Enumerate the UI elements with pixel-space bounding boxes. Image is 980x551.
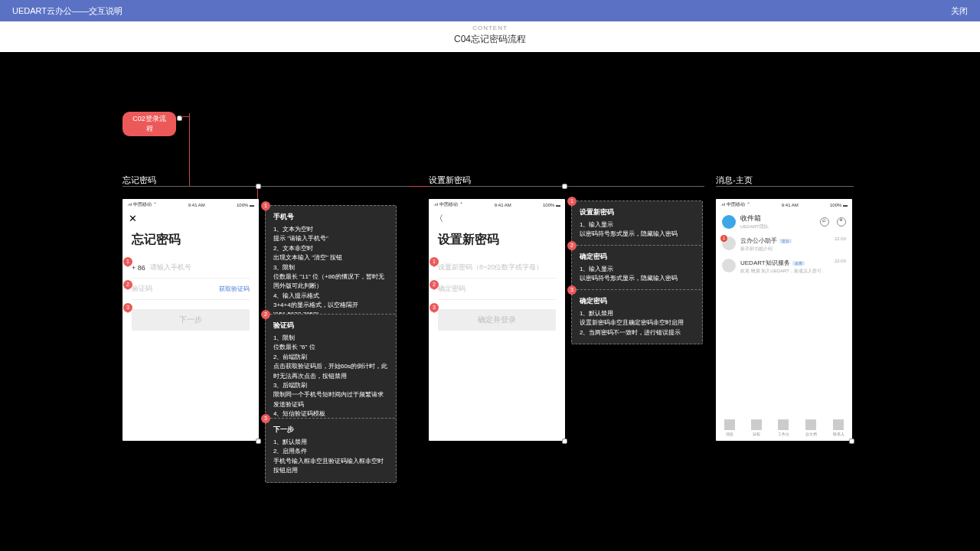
- callout-pin: 3: [123, 303, 132, 312]
- screen-title: 设置新密码: [429, 226, 565, 257]
- page-title: C04忘记密码流程: [0, 33, 980, 46]
- callout-pin: 2: [123, 280, 132, 289]
- callout-pin: 1: [430, 257, 439, 266]
- anchor-dot: [256, 184, 261, 189]
- callout-pin: 1: [567, 197, 577, 206]
- inbox-header: 收件箱 UEDART团队 ⌕ +: [716, 210, 852, 233]
- close-button[interactable]: 关闭: [951, 5, 968, 17]
- mock-messages-home: .ııl 中国移动 ⌃9:41 AM100% ▬ 收件箱 UEDART团队 ⌕ …: [716, 199, 852, 441]
- callout-pin: 3: [430, 303, 439, 312]
- section-rule: [122, 186, 410, 187]
- confirm-password-field[interactable]: 确定密码: [438, 279, 556, 300]
- next-button[interactable]: 下一步: [132, 309, 250, 331]
- nav-bar: 〈: [429, 210, 565, 226]
- callout-pin: 2: [430, 280, 439, 289]
- annotation-confirmpw: 确定密码 1、输入显示 以密码符号形式显示，隐藏输入密码: [571, 245, 703, 291]
- section-title-3: 消息-主页: [716, 174, 753, 186]
- status-bar: .ııl 中国移动 ⌃9:41 AM100% ▬: [429, 199, 565, 210]
- anchor-dot: [256, 439, 261, 444]
- callout-pin: 2: [567, 241, 577, 250]
- add-icon[interactable]: +: [837, 217, 846, 227]
- tab-workspace[interactable]: 工作台: [778, 419, 789, 436]
- section-rule: [716, 186, 854, 187]
- callout-pin: 2: [261, 310, 270, 319]
- flow-canvas: C02登录流程 忘记密码 设置新密码 消息-主页 .ııl 中国移动 ⌃9:41…: [0, 52, 980, 551]
- annotation-newpw: 设置新密码 1、输入显示 以密码符号形式显示，隐藏输入密码: [571, 201, 703, 246]
- new-password-field[interactable]: 设置新密码（8~20位数字或字母）: [438, 257, 556, 279]
- tab-bar: 消息 日程 工作台 云文档 联系人: [716, 416, 852, 441]
- annotation-next: 下一步 1、默认禁用 2、启用条件 手机号输入框非空且验证码输入框非空时 按钮启…: [265, 418, 397, 483]
- sub-header: CONTENT C04忘记密码流程: [0, 21, 980, 52]
- message-row[interactable]: 1 云办公小助手官方 新手部功能介绍 22:00: [716, 233, 852, 256]
- close-icon[interactable]: ✕: [129, 213, 137, 224]
- flow-connector: [189, 113, 190, 186]
- confirm-login-button[interactable]: 确定并登录: [438, 309, 556, 331]
- mock-forgot-password: .ııl 中国移动 ⌃9:41 AM100% ▬ ✕ 忘记密码 + 86 请输入…: [122, 199, 259, 441]
- status-bar: .ııl 中国移动 ⌃9:41 AM100% ▬: [122, 199, 259, 210]
- anchor-dot: [562, 439, 567, 444]
- search-icon[interactable]: ⌕: [820, 217, 829, 227]
- message-row[interactable]: UEDART知识服务金质 欢迎 晓晨 加入UEDART，新成员入群可… 22:0…: [716, 256, 852, 278]
- content-label: CONTENT: [0, 24, 980, 31]
- anchor-dot: [562, 184, 567, 189]
- top-bar: UEDART云办公——交互说明 关闭: [0, 0, 980, 21]
- tab-contacts[interactable]: 联系人: [833, 419, 844, 436]
- back-icon[interactable]: 〈: [435, 213, 443, 224]
- screen-title: 忘记密码: [122, 226, 259, 257]
- avatar[interactable]: [722, 215, 736, 229]
- tab-docs[interactable]: 云文档: [805, 419, 817, 436]
- callout-pin: 3: [261, 414, 270, 423]
- get-code-button[interactable]: 获取验证码: [219, 285, 250, 293]
- tab-calendar[interactable]: 日程: [751, 419, 762, 436]
- callout-pin: 3: [567, 285, 577, 295]
- phone-field[interactable]: + 86 请输入手机号: [132, 257, 250, 279]
- nav-bar: ✕: [122, 210, 259, 226]
- app-title: UEDART云办公——交互说明: [12, 5, 122, 17]
- tab-messages[interactable]: 消息: [724, 419, 735, 436]
- callout-pin: 1: [261, 201, 270, 210]
- mock-set-password: .ııl 中国移动 ⌃9:41 AM100% ▬ 〈 设置新密码 设置新密码（8…: [429, 199, 565, 441]
- status-bar: .ııl 中国移动 ⌃9:41 AM100% ▬: [716, 199, 852, 210]
- section-title-2: 设置新密码: [429, 174, 471, 186]
- section-title-1: 忘记密码: [122, 174, 156, 186]
- anchor-dot: [849, 439, 854, 444]
- code-field[interactable]: 验证码 获取验证码: [132, 279, 250, 300]
- callout-pin: 1: [123, 257, 132, 266]
- annotation-confirmbtn: 确定密码 1、默认禁用 设置新密码非空且确定密码非空时启用 2、当两密码不一致时…: [571, 289, 703, 344]
- entry-node[interactable]: C02登录流程: [122, 112, 176, 136]
